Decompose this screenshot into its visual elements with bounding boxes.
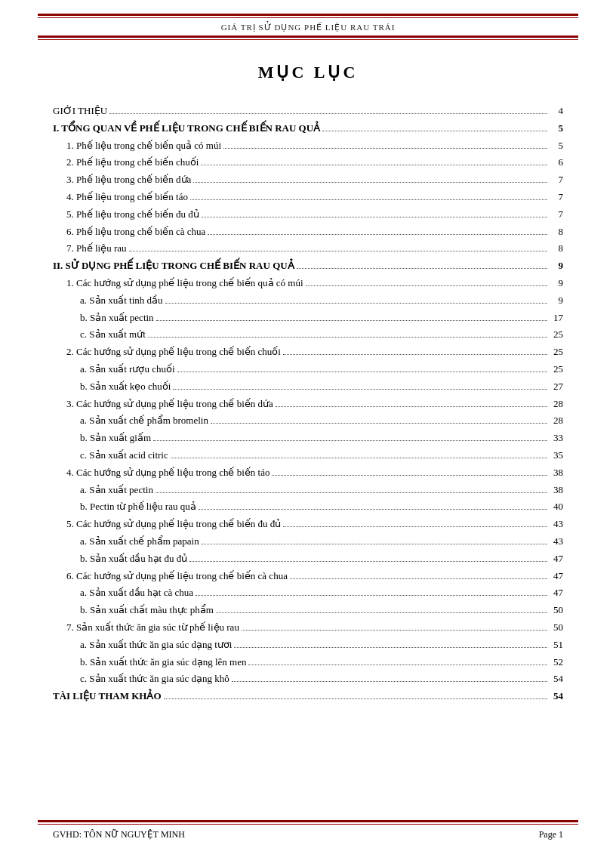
toc-page: 9 xyxy=(550,293,563,309)
toc-dots xyxy=(171,458,547,458)
toc-page: 38 xyxy=(550,483,563,498)
toc-page: 7 xyxy=(550,172,563,188)
toc-entry: 5. Phế liệu trong chế biến đu đủ7 xyxy=(53,207,563,223)
toc-entry: II. SỬ DỤNG PHẾ LIỆU TRONG CHẾ BIẾN RAU … xyxy=(53,258,563,274)
toc-dots xyxy=(216,612,547,613)
toc-dots xyxy=(153,440,547,441)
toc-label: II. SỬ DỤNG PHẾ LIỆU TRONG CHẾ BIẾN RAU … xyxy=(53,258,294,274)
toc-entry: a. Sản xuất chế phẩm bromelin28 xyxy=(53,413,563,429)
toc-label: 1. Các hướng sử dụng phế liệu trong chế … xyxy=(66,276,303,291)
toc-dots xyxy=(109,113,547,114)
toc-entry: b. Sản xuất chất màu thực phẩm50 xyxy=(53,603,563,618)
toc-page: 8 xyxy=(550,241,563,257)
toc-entry: 4. Các hướng sử dụng phế liệu trong chế … xyxy=(53,465,563,481)
toc-page: 38 xyxy=(550,465,563,481)
page: GIÁ TRỊ SỬ DỤNG PHẾ LIỆU RAU TRÁI MỤC LỤ… xyxy=(0,0,616,848)
toc-label: b. Sản xuất dầu hạt đu đủ xyxy=(80,551,187,567)
toc-label: b. Pectin từ phế liệu rau quả xyxy=(80,499,196,515)
toc-label: b. Sản xuất giấm xyxy=(80,430,151,446)
toc-dots xyxy=(297,268,547,269)
toc-entry: 2. Phế liệu trong chế biến chuối6 xyxy=(53,155,563,171)
toc-entry: 7. Sản xuất thức ăn gia súc từ phế liệu … xyxy=(53,620,563,636)
toc-entry: 1. Phế liệu trong chế biến quả có múi5 xyxy=(53,138,563,154)
toc-label: 3. Phế liệu trong chế biến dứa xyxy=(66,172,191,188)
toc-label: 2. Các hướng sử dụng phế liệu trong chế … xyxy=(66,344,281,360)
toc-entry: a. Sản xuất dầu hạt cà chua47 xyxy=(53,585,563,601)
toc-entry: 7. Phế liệu rau8 xyxy=(53,241,563,257)
toc-label: 1. Phế liệu trong chế biến quả có múi xyxy=(66,138,221,154)
toc-dots xyxy=(283,354,547,355)
toc-dots xyxy=(199,509,547,510)
toc-page: 9 xyxy=(550,276,563,291)
toc-entry: b. Sản xuất dầu hạt đu đủ47 xyxy=(53,551,563,567)
toc-label: I. TỔNG QUAN VỀ PHẾ LIỆU TRONG CHẾ BIẾN … xyxy=(53,121,320,137)
toc-dots xyxy=(189,561,547,562)
toc-entry: 3. Các hướng sử dụng phế liệu trong chế … xyxy=(53,396,563,412)
toc-label: a. Sản xuất chế phẩm bromelin xyxy=(80,413,208,429)
footer: GVHD: TÔN NỮ NGUYỆT MINH Page 1 xyxy=(0,820,616,848)
toc-label: a. Sản xuất thức ăn gia súc dạng tươi xyxy=(80,637,232,653)
toc-dots xyxy=(276,406,547,407)
toc-label: GIỚI THIỆU xyxy=(53,103,107,119)
toc-dots xyxy=(223,148,547,149)
toc-page: 7 xyxy=(550,207,563,223)
toc-dots xyxy=(248,665,547,665)
toc-page: 5 xyxy=(550,121,563,137)
toc-page: 54 xyxy=(550,671,563,687)
footer-right: Page 1 xyxy=(539,829,563,840)
toc-entry: TÀI LIỆU THAM KHẢO54 xyxy=(53,689,563,705)
toc-label: c. Sản xuất mứt xyxy=(80,327,146,343)
toc-dots xyxy=(190,199,547,200)
toc-entry: GIỚI THIỆU4 xyxy=(53,103,563,119)
toc-entry: 4. Phế liệu trong chế biến táo7 xyxy=(53,190,563,205)
toc-dots xyxy=(208,234,547,235)
toc-label: 3. Các hướng sử dụng phế liệu trong chế … xyxy=(66,396,273,412)
footer-left: GVHD: TÔN NỮ NGUYỆT MINH xyxy=(53,829,185,840)
top-rule-outer xyxy=(38,14,578,16)
toc-label: a. Sản xuất chế phẩm papain xyxy=(80,534,199,550)
toc-entry: b. Sản xuất thức ăn gia súc dạng lên men… xyxy=(53,655,563,671)
content-area: MỤC LỤC GIỚI THIỆU4I. TỔNG QUAN VỀ PHẾ L… xyxy=(0,40,616,736)
toc-entry: 6. Phế liệu trong chế biến cà chua8 xyxy=(53,224,563,240)
toc-page: 28 xyxy=(550,396,563,412)
toc-dots xyxy=(129,251,547,251)
toc-dots xyxy=(193,182,547,183)
toc-page: 9 xyxy=(550,258,563,274)
toc-page: 25 xyxy=(550,362,563,378)
toc-dots xyxy=(272,475,547,476)
toc-page: 50 xyxy=(550,603,563,618)
toc-label: 7. Phế liệu rau xyxy=(66,241,127,257)
toc-page: 35 xyxy=(550,448,563,464)
main-title: MỤC LỤC xyxy=(53,63,563,82)
toc-dots xyxy=(322,131,547,131)
toc-entry: b. Pectin từ phế liệu rau quả40 xyxy=(53,499,563,515)
toc-page: 40 xyxy=(550,499,563,515)
toc-label: a. Sản xuất dầu hạt cà chua xyxy=(80,585,193,601)
toc-page: 43 xyxy=(550,517,563,532)
toc-page: 25 xyxy=(550,344,563,360)
toc-dots xyxy=(164,698,547,699)
toc-entry: 2. Các hướng sử dụng phế liệu trong chế … xyxy=(53,344,563,360)
toc-page: 27 xyxy=(550,379,563,395)
toc-dots xyxy=(306,285,547,286)
toc-label: c. Sản xuất acid citric xyxy=(80,448,168,464)
toc-dots xyxy=(148,337,547,338)
toc-page: 4 xyxy=(550,103,563,119)
toc-page: 47 xyxy=(550,551,563,567)
toc-label: 2. Phế liệu trong chế biến chuối xyxy=(66,155,199,171)
header-rule-outer xyxy=(38,35,578,38)
toc-entry: a. Sản xuất pectin38 xyxy=(53,483,563,498)
toc-dots xyxy=(156,320,547,321)
toc-entry: 3. Phế liệu trong chế biến dứa7 xyxy=(53,172,563,188)
toc-entry: b. Sản xuất giấm33 xyxy=(53,430,563,446)
toc-entry: a. Sản xuất chế phẩm papain43 xyxy=(53,534,563,550)
toc-dots xyxy=(156,492,547,493)
toc-label: b. Sản xuất chất màu thực phẩm xyxy=(80,603,214,618)
toc-page: 47 xyxy=(550,585,563,601)
toc-label: 7. Sản xuất thức ăn gia súc từ phế liệu … xyxy=(66,620,239,636)
header-title: GIÁ TRỊ SỬ DỤNG PHẾ LIỆU RAU TRÁI xyxy=(221,23,396,32)
toc-page: 52 xyxy=(550,655,563,671)
toc-entry: 6. Các hướng sử dụng phế liệu trong chế … xyxy=(53,569,563,584)
toc-label: 6. Các hướng sử dụng phế liệu trong chế … xyxy=(66,569,288,584)
toc-entry: 1. Các hướng sử dụng phế liệu trong chế … xyxy=(53,276,563,291)
